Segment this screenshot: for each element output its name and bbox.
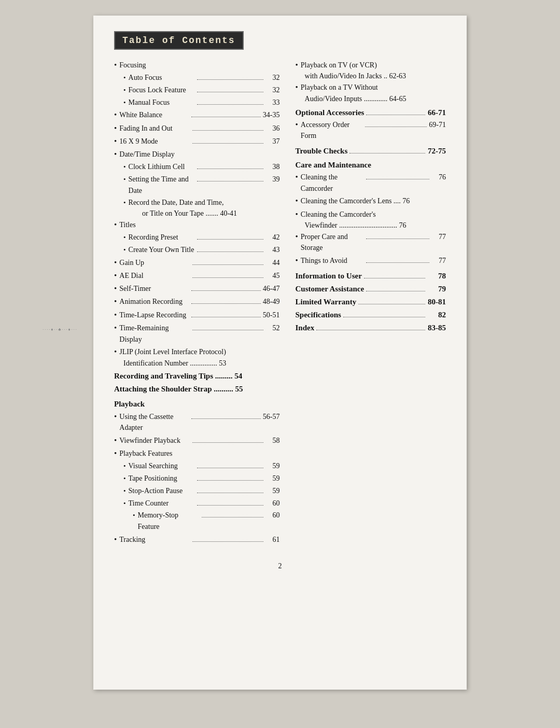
- list-item: • 16 X 9 Mode 37: [114, 135, 280, 147]
- toc-right-list: • Playback on TV (or VCR) with Audio/Vid…: [296, 59, 446, 103]
- list-item: Identification Number ............... 53: [114, 359, 280, 368]
- list-item: • Focusing: [114, 59, 280, 71]
- toc-left-col: • Focusing • Auto Focus 32 • Focus Lock …: [114, 59, 280, 547]
- list-item: • Titles: [114, 219, 280, 231]
- list-item: • Self-Timer 46-47: [114, 283, 280, 295]
- customer-assistance-header: Customer Assistance 79: [296, 285, 446, 293]
- playback-list: • Using the Cassette Adapter 56-57 • Vie…: [114, 411, 280, 545]
- list-item: • Tape Positioning 59: [114, 473, 280, 484]
- list-item: • Visual Searching 59: [114, 460, 280, 472]
- list-item: with Audio/Video In Jacks .. 62-63: [296, 72, 446, 80]
- index-header: Index 83-85: [296, 324, 446, 332]
- list-item: • Record the Date, Date and Time,: [114, 197, 280, 208]
- toc-left-list: • Focusing • Auto Focus 32 • Focus Lock …: [114, 59, 280, 368]
- page-title: Table of Contents: [114, 31, 244, 50]
- list-item: • Date/Time Display: [114, 148, 280, 160]
- toc-right-col: • Playback on TV (or VCR) with Audio/Vid…: [296, 59, 446, 547]
- shoulder-strap-item: Attaching the Shoulder Strap .......... …: [114, 385, 280, 394]
- page: Table of Contents • Focusing • Auto Focu…: [93, 16, 467, 690]
- list-item: • White Balance 34-35: [114, 109, 280, 121]
- list-item: • AE Dial 45: [114, 270, 280, 282]
- care-maintenance-header: Care and Maintenance: [296, 161, 446, 170]
- list-item: • Gain Up 44: [114, 257, 280, 269]
- list-item: • Recording Preset 42: [114, 232, 280, 243]
- playback-section-title: Playback: [114, 400, 280, 409]
- list-item: • Playback Features: [114, 447, 280, 459]
- list-item: • Playback on TV (or VCR): [296, 59, 446, 71]
- list-item: • Memory-Stop Feature 60: [114, 510, 280, 532]
- list-item: • Tracking 61: [114, 534, 280, 545]
- list-item: • Proper Care and Storage 77: [296, 231, 446, 254]
- specifications-header: Specifications 82: [296, 311, 446, 319]
- list-item: • Animation Recording 48-49: [114, 296, 280, 307]
- list-item: • Viewfinder Playback 58: [114, 435, 280, 446]
- list-item: • JLIP (Joint Level Interface Protocol): [114, 346, 280, 358]
- list-item: • Time-Lapse Recording 50-51: [114, 309, 280, 321]
- list-item: • Using the Cassette Adapter 56-57: [114, 411, 280, 433]
- toc-columns: • Focusing • Auto Focus 32 • Focus Lock …: [114, 59, 446, 547]
- list-item: • Cleaning the Camcorder 76: [296, 171, 446, 194]
- limited-warranty-header: Limited Warranty 80-81: [296, 298, 446, 306]
- list-item: • Create Your Own Title 43: [114, 244, 280, 256]
- list-item: • Manual Focus 33: [114, 97, 280, 108]
- information-user-header: Information to User 78: [296, 272, 446, 281]
- list-item: • Time-Remaining Display 52: [114, 322, 280, 345]
- list-item: Audio/Video Inputs ............. 64-65: [296, 95, 446, 103]
- list-item: • Accessory Order Form 69-71: [296, 119, 446, 142]
- trouble-checks-header: Trouble Checks 72-75: [296, 147, 446, 156]
- optional-accessories-header: Optional Accessories 66-71: [296, 108, 446, 117]
- list-item: • Fading In and Out 36: [114, 122, 280, 134]
- list-item: • Setting the Time and Date 39: [114, 174, 280, 196]
- list-item: • Focus Lock Feature 32: [114, 85, 280, 96]
- list-item: • Stop-Action Pause 59: [114, 485, 280, 497]
- list-item: • Auto Focus 32: [114, 72, 280, 83]
- page-number: 2: [114, 562, 446, 570]
- list-item: • Cleaning the Camcorder's Lens .... 76: [296, 195, 446, 207]
- margin-decoration: · · · · ♦ · · ♣ · · · ♦ · · ·: [31, 327, 88, 333]
- list-item: • Playback on a TV Without: [296, 81, 446, 93]
- list-item: Viewfinder .............................…: [296, 221, 446, 230]
- list-item: • Things to Avoid 77: [296, 255, 446, 267]
- list-item: • Time Counter 60: [114, 498, 280, 509]
- list-item: • Clock Lithium Cell 38: [114, 161, 280, 173]
- list-item: • Cleaning the Camcorder's: [296, 208, 446, 220]
- list-item: or Title on Your Tape ....... 40-41: [114, 209, 280, 218]
- recording-tips-item: Recording and Traveling Tips ......... 5…: [114, 372, 280, 381]
